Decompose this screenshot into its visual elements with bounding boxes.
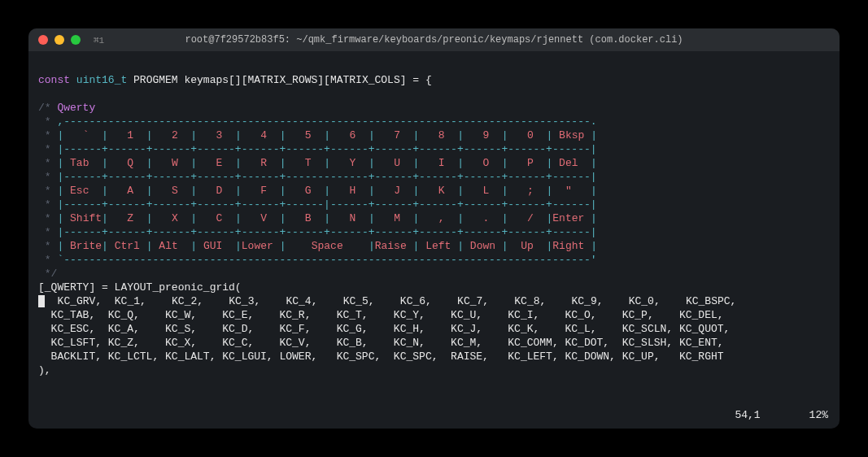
- code-text: KC_GRV, KC_1, KC_2, KC_3, KC_4, KC_5, KC…: [45, 295, 736, 307]
- titlebar: ⌘1 root@7f29572b83f5: ~/qmk_firmware/key…: [28, 28, 840, 51]
- code-text: ),: [38, 364, 51, 376]
- code-text: KC_ESC, KC_A, KC_S, KC_D, KC_F, KC_G, KC…: [38, 323, 730, 335]
- ascii-row: * | Esc | A | S | D | F | G | H | J | K …: [38, 185, 597, 197]
- vim-status: 54,112%: [686, 408, 828, 422]
- window-controls: [38, 35, 81, 45]
- cursor: [38, 295, 45, 307]
- code-text: KC_TAB, KC_Q, KC_W, KC_E, KC_R, KC_T, KC…: [38, 309, 724, 321]
- ascii-row: * `-------------------------------------…: [38, 254, 597, 266]
- ascii-row: * | Shift| Z | X | C | V | B | N | M | ,…: [38, 212, 597, 224]
- terminal-content[interactable]: const uint16_t PROGMEM keymaps[][MATRIX_…: [28, 51, 840, 429]
- comment-close: */: [38, 268, 57, 280]
- window-title: root@7f29572b83f5: ~/qmk_firmware/keyboa…: [185, 34, 683, 46]
- code-keyword: const: [38, 74, 70, 86]
- tab-indicator: ⌘1: [94, 35, 104, 46]
- ascii-row: * |------+------+------+------+------+--…: [38, 198, 597, 211]
- close-icon[interactable]: [38, 35, 48, 45]
- code-text: [_QWERTY] = LAYOUT_preonic_grid(: [38, 281, 242, 294]
- code-text: KC_LSFT, KC_Z, KC_X, KC_C, KC_V, KC_B, K…: [38, 337, 724, 349]
- cursor-position: 54,1: [735, 409, 760, 421]
- code-type: uint16_t: [76, 74, 127, 86]
- ascii-row: * | Tab | Q | W | E | R | T | Y | U | I …: [38, 157, 597, 169]
- comment-label: Qwerty: [57, 102, 95, 114]
- ascii-row: * |------+------+------+------+------+--…: [38, 171, 597, 183]
- ascii-row: * ,-------------------------------------…: [38, 115, 597, 128]
- ascii-row: * | ` | 1 | 2 | 3 | 4 | 5 | 6 | 7 | 8 | …: [38, 129, 597, 141]
- scroll-percent: 12%: [809, 409, 828, 421]
- code-text: PROGMEM keymaps[][MATRIX_ROWS][MATRIX_CO…: [127, 74, 431, 86]
- minimize-icon[interactable]: [55, 35, 64, 45]
- ascii-row: * |------+------+------+------+------+--…: [38, 143, 597, 155]
- maximize-icon[interactable]: [71, 35, 81, 45]
- code-text: BACKLIT, KC_LCTL, KC_LALT, KC_LGUI, LOWE…: [38, 350, 724, 363]
- ascii-row: * | Brite| Ctrl | Alt | GUI |Lower | Spa…: [38, 240, 597, 252]
- comment-open: /*: [38, 102, 57, 114]
- terminal-window: ⌘1 root@7f29572b83f5: ~/qmk_firmware/key…: [28, 28, 840, 429]
- ascii-row: * |------+------+------+------+------+--…: [38, 226, 597, 238]
